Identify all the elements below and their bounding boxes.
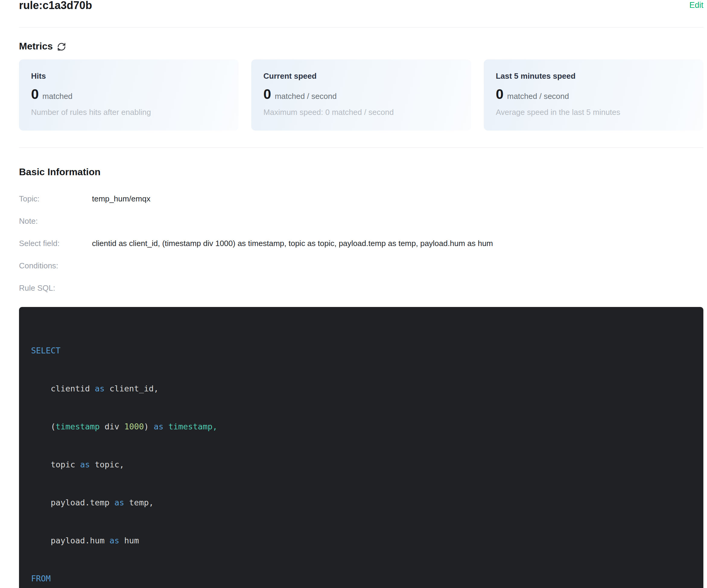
code-line: clientid as client_id,	[31, 382, 691, 395]
metrics-heading: Metrics	[19, 39, 53, 53]
code-token: topic,	[90, 460, 124, 469]
info-label: Rule SQL:	[19, 283, 92, 292]
card-value: 0	[263, 87, 271, 102]
info-label: Select field:	[19, 239, 92, 248]
code-token: (	[31, 422, 56, 431]
card-description: Maximum speed: 0 matched / second	[263, 107, 459, 117]
code-line: payload.hum as hum	[31, 534, 691, 547]
code-token: as	[114, 498, 124, 507]
code-token: hum	[120, 536, 139, 545]
code-token: div	[100, 422, 124, 431]
info-row-select-field: Select field: clientid as client_id, (ti…	[19, 232, 703, 254]
code-token: timestamp,	[168, 422, 217, 431]
basic-information-heading: Basic Information	[19, 165, 703, 178]
code-token: FROM	[31, 574, 51, 583]
metric-card-current-speed: Current speed 0 matched / second Maximum…	[251, 59, 471, 131]
code-token: clientid	[31, 384, 95, 393]
divider	[19, 27, 703, 28]
code-token: timestamp	[56, 422, 100, 431]
page-title: rule:c1a3d70b	[19, 0, 92, 13]
metric-cards-row: Hits 0 matched Number of rules hits afte…	[19, 59, 703, 131]
divider	[19, 147, 703, 148]
code-token: SELECT	[31, 346, 61, 355]
card-title: Current speed	[263, 71, 459, 81]
code-token: )	[144, 422, 154, 431]
code-token: payload.temp	[31, 498, 114, 507]
card-description: Number of rules hits after enabling	[31, 107, 227, 117]
info-value: clientid as client_id, (timestamp div 10…	[92, 239, 493, 248]
code-line: (timestamp div 1000) as timestamp,	[31, 420, 691, 433]
card-unit: matched / second	[275, 92, 337, 101]
code-token: as	[80, 460, 90, 469]
code-token: as	[154, 422, 164, 431]
code-token: payload.hum	[31, 536, 109, 545]
code-token: as	[109, 536, 120, 545]
edit-link[interactable]: Edit	[689, 0, 703, 10]
info-label: Conditions:	[19, 261, 92, 270]
code-line: payload.temp as temp,	[31, 496, 691, 509]
info-row-note: Note:	[19, 210, 703, 232]
metric-card-last-5-minutes-speed: Last 5 minutes speed 0 matched / second …	[484, 59, 703, 131]
code-line: SELECT	[31, 344, 691, 357]
info-value: temp_hum/emqx	[92, 194, 150, 203]
code-token: client_id,	[105, 384, 159, 393]
card-unit: matched / second	[507, 92, 569, 101]
info-label: Note:	[19, 216, 92, 226]
card-title: Hits	[31, 71, 227, 81]
rule-sql-code-block: SELECT clientid as client_id, (timestamp…	[19, 307, 703, 588]
code-token: topic	[31, 460, 80, 469]
code-line: topic as topic,	[31, 458, 691, 471]
card-value: 0	[31, 87, 39, 102]
card-unit: matched	[42, 92, 73, 101]
metric-card-hits: Hits 0 matched Number of rules hits afte…	[19, 59, 239, 131]
code-token: 1000	[124, 422, 144, 431]
info-label: Topic:	[19, 194, 92, 203]
code-token: as	[95, 384, 105, 393]
basic-information-rows: Topic: temp_hum/emqx Note: Select field:…	[19, 187, 703, 299]
info-row-topic: Topic: temp_hum/emqx	[19, 187, 703, 210]
code-token: temp,	[124, 498, 154, 507]
code-token	[164, 422, 168, 431]
card-value: 0	[496, 87, 504, 102]
card-title: Last 5 minutes speed	[496, 71, 691, 81]
code-line: FROM	[31, 572, 691, 585]
rule-detail-page: rule:c1a3d70b Edit Metrics Hits 0 matche…	[0, 0, 707, 588]
info-row-conditions: Conditions:	[19, 254, 703, 277]
page-header: rule:c1a3d70b Edit	[19, 0, 703, 13]
refresh-icon[interactable]	[57, 42, 66, 51]
metrics-section-header: Metrics	[19, 39, 703, 53]
info-row-rule-sql: Rule SQL:	[19, 277, 703, 299]
card-description: Average speed in the last 5 minutes	[496, 107, 691, 117]
